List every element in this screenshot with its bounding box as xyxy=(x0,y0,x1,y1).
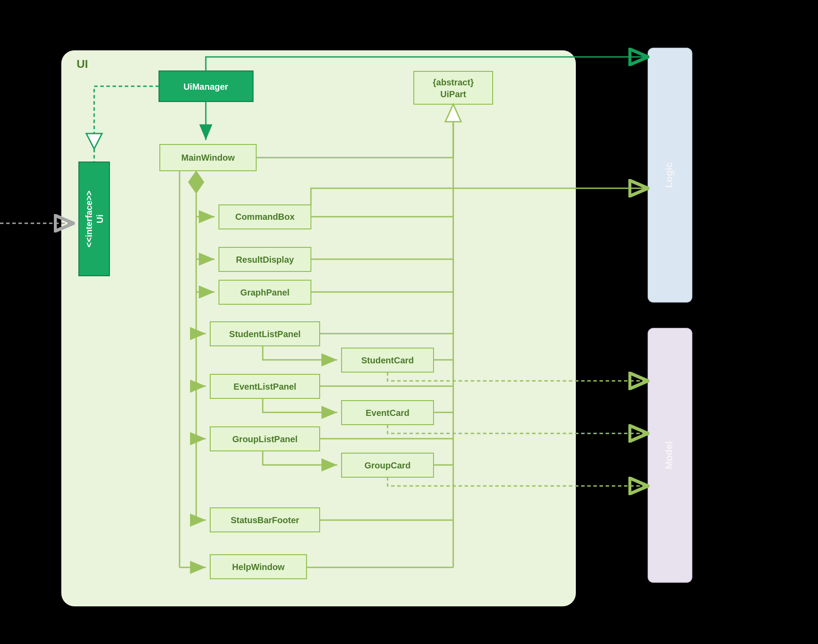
logic-label: Logic xyxy=(663,162,674,188)
svg-text:StatusBarFooter: StatusBarFooter xyxy=(231,515,300,525)
uipart-name: UiPart xyxy=(441,89,466,99)
uipart-stereotype: {abstract} xyxy=(433,77,474,87)
uimanager-label: UiManager xyxy=(183,82,228,91)
interface-stereotype: <<interface>> xyxy=(84,190,94,247)
svg-text:GroupListPanel: GroupListPanel xyxy=(233,434,298,444)
mainwindow-label: MainWindow xyxy=(181,153,235,162)
svg-text:CommandBox: CommandBox xyxy=(235,212,295,222)
interface-ui xyxy=(79,162,109,276)
uipart xyxy=(414,71,493,104)
package-ui-label: UI xyxy=(77,57,88,70)
interface-name: Ui xyxy=(95,215,105,223)
svg-text:GroupCard: GroupCard xyxy=(364,461,411,470)
svg-text:GraphPanel: GraphPanel xyxy=(240,288,289,297)
model-label: Model xyxy=(663,441,674,469)
svg-text:ResultDisplay: ResultDisplay xyxy=(236,255,294,264)
svg-text:EventListPanel: EventListPanel xyxy=(233,382,296,391)
svg-text:StudentCard: StudentCard xyxy=(361,355,414,365)
svg-text:StudentListPanel: StudentListPanel xyxy=(229,329,300,339)
svg-text:HelpWindow: HelpWindow xyxy=(232,562,285,572)
svg-text:EventCard: EventCard xyxy=(366,408,409,418)
